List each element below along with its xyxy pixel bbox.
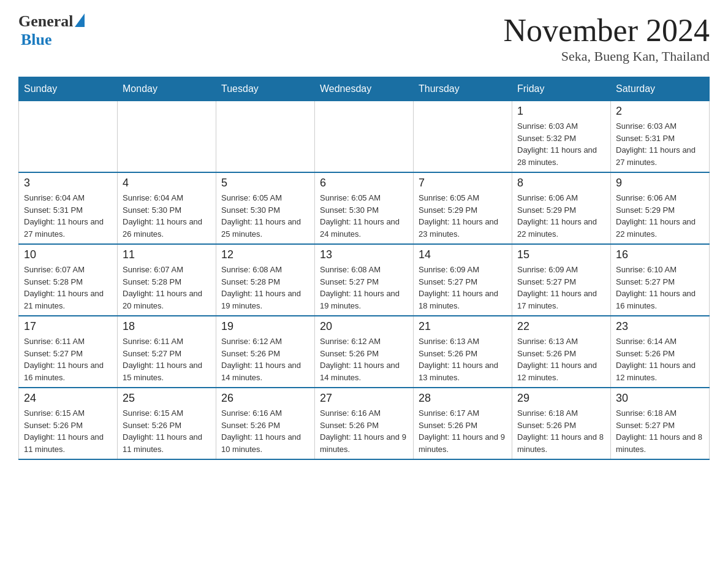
calendar-cell: 7Sunrise: 6:05 AM Sunset: 5:29 PM Daylig… [414,172,512,244]
day-info: Sunrise: 6:05 AM Sunset: 5:29 PM Dayligh… [419,192,507,240]
day-info: Sunrise: 6:04 AM Sunset: 5:31 PM Dayligh… [24,192,112,240]
day-number: 10 [24,248,112,261]
day-number: 27 [320,392,408,405]
day-number: 2 [616,105,704,118]
calendar-cell [19,101,118,173]
page-header: General Blue November 2024 Seka, Bueng K… [18,12,710,64]
day-number: 20 [320,320,408,333]
calendar-cell: 15Sunrise: 6:09 AM Sunset: 5:27 PM Dayli… [512,244,611,316]
calendar-cell: 27Sunrise: 6:16 AM Sunset: 5:26 PM Dayli… [315,388,414,459]
calendar-cell: 19Sunrise: 6:12 AM Sunset: 5:26 PM Dayli… [216,316,315,388]
calendar-cell: 25Sunrise: 6:15 AM Sunset: 5:26 PM Dayli… [118,388,216,459]
calendar-cell: 26Sunrise: 6:16 AM Sunset: 5:26 PM Dayli… [216,388,315,459]
day-number: 21 [419,320,507,333]
calendar-week-row: 17Sunrise: 6:11 AM Sunset: 5:27 PM Dayli… [19,316,710,388]
day-number: 12 [221,248,309,261]
day-number: 26 [221,392,309,405]
calendar-cell: 14Sunrise: 6:09 AM Sunset: 5:27 PM Dayli… [414,244,512,316]
calendar-cell: 18Sunrise: 6:11 AM Sunset: 5:27 PM Dayli… [118,316,216,388]
calendar-cell: 4Sunrise: 6:04 AM Sunset: 5:30 PM Daylig… [118,172,216,244]
header-saturday: Saturday [611,77,710,101]
day-number: 19 [221,320,309,333]
logo-general-text: General [18,12,74,31]
day-number: 14 [419,248,507,261]
day-number: 28 [419,392,507,405]
calendar-body: 1Sunrise: 6:03 AM Sunset: 5:32 PM Daylig… [19,101,710,460]
logo-blue-text: Blue [21,31,52,48]
day-number: 7 [419,177,507,190]
day-info: Sunrise: 6:07 AM Sunset: 5:28 PM Dayligh… [24,264,112,312]
header-tuesday: Tuesday [216,77,315,101]
calendar-cell: 17Sunrise: 6:11 AM Sunset: 5:27 PM Dayli… [19,316,118,388]
calendar-cell: 6Sunrise: 6:05 AM Sunset: 5:30 PM Daylig… [315,172,414,244]
logo: General Blue [18,12,85,49]
calendar-cell: 30Sunrise: 6:18 AM Sunset: 5:27 PM Dayli… [611,388,710,459]
day-number: 4 [123,177,211,190]
calendar-cell [216,101,315,173]
calendar-cell: 10Sunrise: 6:07 AM Sunset: 5:28 PM Dayli… [19,244,118,316]
calendar-cell [315,101,414,173]
calendar-cell: 29Sunrise: 6:18 AM Sunset: 5:26 PM Dayli… [512,388,611,459]
header-sunday: Sunday [19,77,118,101]
calendar-week-row: 10Sunrise: 6:07 AM Sunset: 5:28 PM Dayli… [19,244,710,316]
day-info: Sunrise: 6:11 AM Sunset: 5:27 PM Dayligh… [24,335,112,383]
calendar-cell: 8Sunrise: 6:06 AM Sunset: 5:29 PM Daylig… [512,172,611,244]
day-info: Sunrise: 6:05 AM Sunset: 5:30 PM Dayligh… [320,192,408,240]
day-info: Sunrise: 6:07 AM Sunset: 5:28 PM Dayligh… [123,264,211,312]
day-info: Sunrise: 6:18 AM Sunset: 5:26 PM Dayligh… [517,407,605,455]
day-info: Sunrise: 6:17 AM Sunset: 5:26 PM Dayligh… [419,407,507,455]
day-number: 8 [517,177,605,190]
calendar-cell: 3Sunrise: 6:04 AM Sunset: 5:31 PM Daylig… [19,172,118,244]
day-number: 5 [221,177,309,190]
calendar-cell: 20Sunrise: 6:12 AM Sunset: 5:26 PM Dayli… [315,316,414,388]
day-number: 22 [517,320,605,333]
day-info: Sunrise: 6:03 AM Sunset: 5:32 PM Dayligh… [517,120,605,168]
day-info: Sunrise: 6:18 AM Sunset: 5:27 PM Dayligh… [616,407,704,455]
calendar-cell: 24Sunrise: 6:15 AM Sunset: 5:26 PM Dayli… [19,388,118,459]
day-info: Sunrise: 6:11 AM Sunset: 5:27 PM Dayligh… [123,335,211,383]
calendar-week-row: 1Sunrise: 6:03 AM Sunset: 5:32 PM Daylig… [19,101,710,173]
day-info: Sunrise: 6:12 AM Sunset: 5:26 PM Dayligh… [221,335,309,383]
day-number: 3 [24,177,112,190]
day-number: 9 [616,177,704,190]
day-info: Sunrise: 6:15 AM Sunset: 5:26 PM Dayligh… [123,407,211,455]
day-number: 17 [24,320,112,333]
day-number: 18 [123,320,211,333]
calendar-cell: 22Sunrise: 6:13 AM Sunset: 5:26 PM Dayli… [512,316,611,388]
day-info: Sunrise: 6:13 AM Sunset: 5:26 PM Dayligh… [419,335,507,383]
day-number: 25 [123,392,211,405]
calendar-cell: 9Sunrise: 6:06 AM Sunset: 5:29 PM Daylig… [611,172,710,244]
days-of-week-row: Sunday Monday Tuesday Wednesday Thursday… [19,77,710,101]
calendar-cell: 16Sunrise: 6:10 AM Sunset: 5:27 PM Dayli… [611,244,710,316]
day-number: 30 [616,392,704,405]
day-info: Sunrise: 6:03 AM Sunset: 5:31 PM Dayligh… [616,120,704,168]
day-number: 6 [320,177,408,190]
day-number: 24 [24,392,112,405]
title-block: November 2024 Seka, Bueng Kan, Thailand [504,12,710,64]
day-number: 15 [517,248,605,261]
header-thursday: Thursday [414,77,512,101]
calendar-cell [118,101,216,173]
day-info: Sunrise: 6:13 AM Sunset: 5:26 PM Dayligh… [517,335,605,383]
calendar-cell: 21Sunrise: 6:13 AM Sunset: 5:26 PM Dayli… [414,316,512,388]
calendar-header: Sunday Monday Tuesday Wednesday Thursday… [19,77,710,101]
calendar-week-row: 3Sunrise: 6:04 AM Sunset: 5:31 PM Daylig… [19,172,710,244]
day-number: 23 [616,320,704,333]
calendar-cell [414,101,512,173]
calendar-cell: 5Sunrise: 6:05 AM Sunset: 5:30 PM Daylig… [216,172,315,244]
day-info: Sunrise: 6:14 AM Sunset: 5:26 PM Dayligh… [616,335,704,383]
month-title: November 2024 [504,12,710,48]
day-info: Sunrise: 6:04 AM Sunset: 5:30 PM Dayligh… [123,192,211,240]
header-friday: Friday [512,77,611,101]
calendar-cell: 2Sunrise: 6:03 AM Sunset: 5:31 PM Daylig… [611,101,710,173]
day-info: Sunrise: 6:06 AM Sunset: 5:29 PM Dayligh… [616,192,704,240]
day-number: 16 [616,248,704,261]
day-info: Sunrise: 6:08 AM Sunset: 5:27 PM Dayligh… [320,264,408,312]
calendar-cell: 23Sunrise: 6:14 AM Sunset: 5:26 PM Dayli… [611,316,710,388]
day-info: Sunrise: 6:05 AM Sunset: 5:30 PM Dayligh… [221,192,309,240]
day-info: Sunrise: 6:16 AM Sunset: 5:26 PM Dayligh… [221,407,309,455]
day-info: Sunrise: 6:10 AM Sunset: 5:27 PM Dayligh… [616,264,704,312]
day-info: Sunrise: 6:15 AM Sunset: 5:26 PM Dayligh… [24,407,112,455]
day-number: 29 [517,392,605,405]
day-info: Sunrise: 6:08 AM Sunset: 5:28 PM Dayligh… [221,264,309,312]
